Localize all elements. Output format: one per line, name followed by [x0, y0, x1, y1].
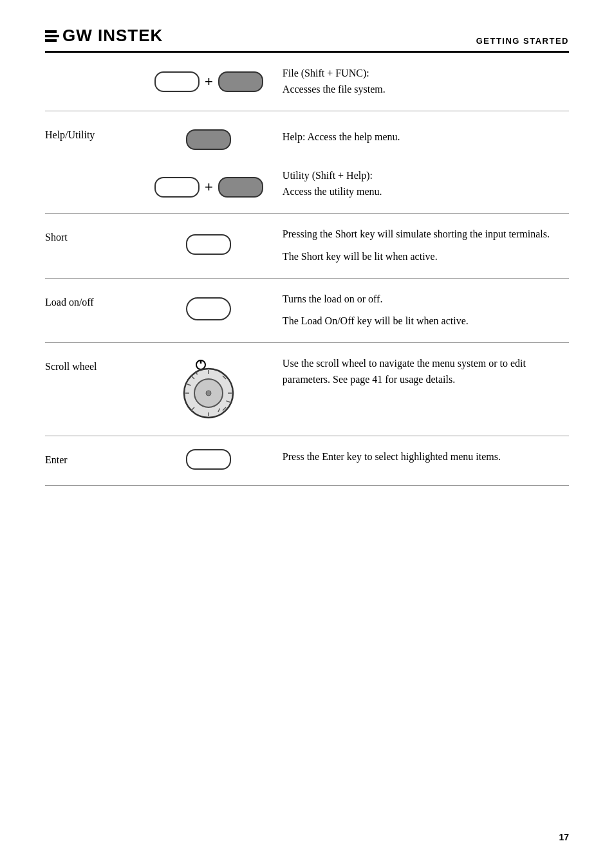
row-icon [148, 213, 270, 278]
button-icon [186, 449, 231, 470]
button-icon [186, 234, 231, 255]
table-row: Short Pressing the Short key will simula… [45, 213, 569, 278]
table-row: Load on/off Turns the load on or off. Th… [45, 278, 569, 343]
icon-combo: + [154, 71, 263, 92]
row-label: Short [45, 213, 148, 278]
row-label: Scroll wheel [45, 343, 148, 436]
scroll-wheel-svg [180, 356, 237, 420]
section-title: GETTING STARTED [476, 36, 569, 46]
row-description: Use the scroll wheel to navigate the men… [270, 343, 569, 436]
row-label [45, 53, 148, 111]
row-label: Enter [45, 436, 148, 486]
row-description: Help: Access the help menu. Utility (Shi… [270, 111, 569, 213]
row-label: Load on/off [45, 278, 148, 343]
row-icon [148, 343, 270, 436]
icon-combo: + [154, 177, 263, 198]
shift-button-icon [218, 177, 263, 198]
logo-text: GW INSTEK [62, 26, 163, 46]
button-icon [154, 71, 200, 92]
description-text: Use the scroll wheel to navigate the men… [283, 356, 563, 388]
plus-icon: + [205, 73, 213, 90]
row-icon: + [148, 111, 270, 213]
description-text: Turns the load on or off. [283, 291, 563, 308]
row-description: Turns the load on or off. The Load On/Of… [270, 278, 569, 343]
svg-point-16 [206, 391, 211, 396]
description-text: Utility (Shift + Help):Access the utilit… [283, 168, 563, 200]
logo-bars [45, 30, 59, 42]
scroll-wheel-container [180, 356, 237, 420]
content-table: + File (Shift + FUNC):Accesses the file … [45, 53, 569, 486]
button-icon [186, 129, 231, 150]
row-icon: + [148, 53, 270, 111]
logo: GW INSTEK [45, 26, 163, 46]
table-row: + File (Shift + FUNC):Accesses the file … [45, 53, 569, 111]
logo-bar [45, 30, 57, 33]
page-number: 17 [559, 832, 569, 842]
logo-bar [45, 35, 59, 37]
row-icon [148, 436, 270, 486]
description-text: The Load On/Off key will be lit when act… [283, 313, 563, 329]
button-icon [154, 177, 200, 198]
description-text: File (Shift + FUNC):Accesses the file sy… [283, 66, 563, 98]
row-icon [148, 278, 270, 343]
table-row: Help/Utility + Help: Access the help men… [45, 111, 569, 213]
row-description: File (Shift + FUNC):Accesses the file sy… [270, 53, 569, 111]
table-row: Scroll wheel [45, 343, 569, 436]
table-row: Enter Press the Enter key to select high… [45, 436, 569, 486]
description-text: Press the Enter key to select highlighte… [283, 449, 563, 465]
plus-icon: + [205, 179, 213, 196]
description-text: Pressing the Short key will simulate sho… [283, 226, 563, 243]
description-text: The Short key will be lit when active. [283, 249, 563, 265]
oval-button-icon [186, 297, 231, 320]
row-label: Help/Utility [45, 111, 148, 213]
page-header: GW INSTEK GETTING STARTED [45, 26, 569, 53]
logo-bar [45, 39, 57, 42]
shift-button-icon [218, 71, 263, 92]
row-description: Pressing the Short key will simulate sho… [270, 213, 569, 278]
page: GW INSTEK GETTING STARTED + File (Shift … [0, 0, 614, 868]
row-description: Press the Enter key to select highlighte… [270, 436, 569, 486]
description-text: Help: Access the help menu. [283, 129, 563, 145]
